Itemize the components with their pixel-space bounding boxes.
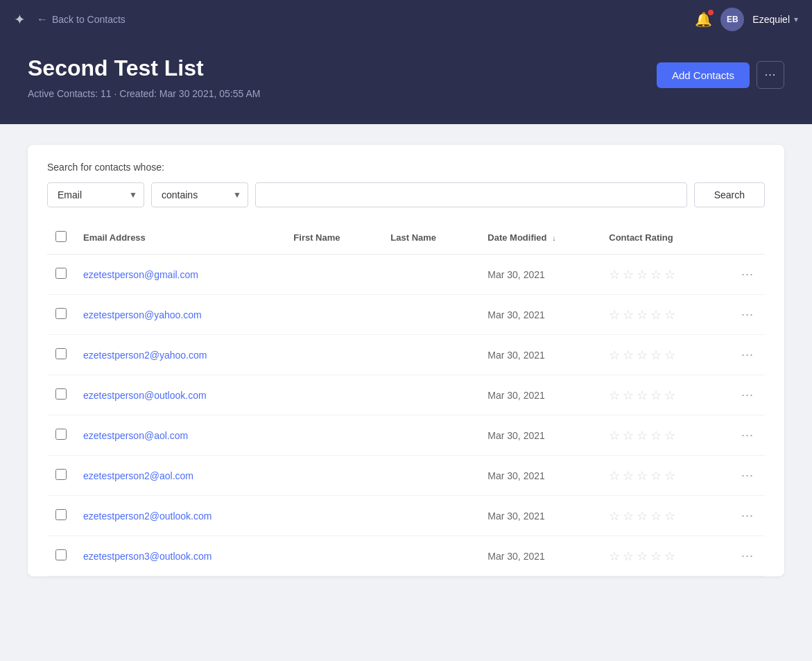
star-icon[interactable]: ☆ bbox=[650, 388, 662, 403]
row-checkbox[interactable] bbox=[55, 348, 67, 359]
email-link[interactable]: ezetestperson2@yahoo.com bbox=[83, 350, 207, 361]
star-icon[interactable]: ☆ bbox=[637, 388, 648, 403]
th-lastname[interactable]: Last Name bbox=[382, 221, 479, 255]
star-icon[interactable]: ☆ bbox=[637, 307, 648, 323]
star-icon[interactable]: ☆ bbox=[664, 267, 675, 282]
table-row: ezetestperson2@yahoo.comMar 30, 2021☆☆☆☆… bbox=[47, 335, 765, 375]
star-icon[interactable]: ☆ bbox=[664, 549, 675, 564]
table-row: ezetestperson@outlook.comMar 30, 2021☆☆☆… bbox=[47, 375, 765, 415]
row-checkbox[interactable] bbox=[55, 509, 67, 520]
star-icon[interactable]: ☆ bbox=[623, 347, 634, 363]
th-firstname[interactable]: First Name bbox=[285, 221, 382, 255]
rating-cell: ☆☆☆☆☆ bbox=[601, 375, 730, 415]
email-link[interactable]: ezetestperson@gmail.com bbox=[83, 269, 198, 280]
email-cell: ezetestperson@outlook.com bbox=[75, 375, 285, 415]
star-icon[interactable]: ☆ bbox=[637, 549, 648, 564]
condition-select-wrapper: contains equals starts with ends with ▼ bbox=[151, 182, 248, 207]
search-input[interactable] bbox=[255, 182, 687, 207]
star-icon[interactable]: ☆ bbox=[650, 428, 662, 443]
star-icon[interactable]: ☆ bbox=[637, 428, 648, 443]
row-checkbox-cell bbox=[47, 415, 75, 456]
add-contacts-button[interactable]: Add Contacts bbox=[657, 62, 750, 88]
field-select[interactable]: Email First Name Last Name bbox=[47, 182, 144, 207]
star-icon[interactable]: ☆ bbox=[664, 307, 675, 323]
row-actions-button[interactable]: ··· bbox=[738, 425, 757, 445]
row-actions-button[interactable]: ··· bbox=[738, 345, 757, 365]
star-icon[interactable]: ☆ bbox=[609, 549, 620, 564]
row-checkbox[interactable] bbox=[55, 388, 67, 400]
row-checkbox[interactable] bbox=[55, 268, 67, 279]
row-actions-button[interactable]: ··· bbox=[738, 385, 757, 405]
row-checkbox[interactable] bbox=[55, 469, 67, 480]
row-checkbox[interactable] bbox=[55, 308, 67, 319]
star-icon[interactable]: ☆ bbox=[637, 267, 648, 282]
star-icon[interactable]: ☆ bbox=[664, 347, 675, 363]
star-icon[interactable]: ☆ bbox=[623, 549, 634, 564]
star-icon[interactable]: ☆ bbox=[609, 267, 620, 282]
star-icon[interactable]: ☆ bbox=[623, 428, 634, 443]
date-cell: Mar 30, 2021 bbox=[479, 255, 601, 295]
star-icon[interactable]: ☆ bbox=[664, 428, 675, 443]
star-icon[interactable]: ☆ bbox=[650, 347, 662, 363]
th-actions bbox=[730, 221, 765, 255]
row-actions-button[interactable]: ··· bbox=[738, 264, 757, 284]
more-options-button[interactable]: ··· bbox=[757, 61, 784, 89]
email-link[interactable]: ezetestperson2@aol.com bbox=[83, 470, 193, 481]
star-icon[interactable]: ☆ bbox=[609, 307, 620, 323]
th-email[interactable]: Email Address bbox=[75, 221, 285, 255]
search-button[interactable]: Search bbox=[694, 182, 765, 207]
star-icon[interactable]: ☆ bbox=[609, 388, 620, 403]
select-all-checkbox[interactable] bbox=[55, 231, 67, 242]
email-link[interactable]: ezetestperson3@outlook.com bbox=[83, 551, 211, 562]
rating-cell: ☆☆☆☆☆ bbox=[601, 295, 730, 335]
back-label: Back to Contacts bbox=[52, 14, 126, 25]
date-cell: Mar 30, 2021 bbox=[479, 335, 601, 375]
star-icon[interactable]: ☆ bbox=[650, 468, 662, 483]
row-checkbox[interactable] bbox=[55, 549, 67, 560]
star-icon[interactable]: ☆ bbox=[623, 388, 634, 403]
star-icon[interactable]: ☆ bbox=[623, 307, 634, 323]
star-icon[interactable]: ☆ bbox=[637, 508, 648, 524]
star-icon[interactable]: ☆ bbox=[623, 468, 634, 483]
table-row: ezetestperson@aol.comMar 30, 2021☆☆☆☆☆··… bbox=[47, 415, 765, 456]
row-checkbox-cell bbox=[47, 255, 75, 295]
star-icon[interactable]: ☆ bbox=[637, 468, 648, 483]
user-menu[interactable]: Ezequiel ▾ bbox=[752, 14, 798, 25]
star-icon[interactable]: ☆ bbox=[650, 307, 662, 323]
row-actions-button[interactable]: ··· bbox=[738, 465, 757, 486]
notification-bell[interactable]: 🔔 bbox=[695, 11, 712, 28]
email-cell: ezetestperson2@yahoo.com bbox=[75, 335, 285, 375]
th-date-modified[interactable]: Date Modified ↓ bbox=[479, 221, 601, 255]
row-actions-button[interactable]: ··· bbox=[738, 546, 757, 566]
star-icon[interactable]: ☆ bbox=[609, 428, 620, 443]
star-icon[interactable]: ☆ bbox=[650, 267, 662, 282]
email-link[interactable]: ezetestperson@outlook.com bbox=[83, 390, 207, 401]
back-to-contacts-link[interactable]: ← Back to Contacts bbox=[37, 13, 126, 26]
row-actions-button[interactable]: ··· bbox=[738, 506, 757, 526]
star-icon[interactable]: ☆ bbox=[623, 508, 634, 524]
star-icon[interactable]: ☆ bbox=[623, 267, 634, 282]
rating-cell: ☆☆☆☆☆ bbox=[601, 456, 730, 496]
star-icon[interactable]: ☆ bbox=[650, 508, 662, 524]
email-cell: ezetestperson2@aol.com bbox=[75, 456, 285, 496]
email-link[interactable]: ezetestperson@aol.com bbox=[83, 430, 188, 441]
header-right: Add Contacts ··· bbox=[657, 61, 784, 89]
star-icon[interactable]: ☆ bbox=[650, 549, 662, 564]
star-icon[interactable]: ☆ bbox=[664, 388, 675, 403]
star-icon[interactable]: ☆ bbox=[609, 347, 620, 363]
rating-cell: ☆☆☆☆☆ bbox=[601, 496, 730, 536]
email-link[interactable]: ezetestperson2@outlook.com bbox=[83, 510, 211, 522]
th-contact-rating[interactable]: Contact Rating bbox=[601, 221, 730, 255]
row-checkbox[interactable] bbox=[55, 429, 67, 440]
star-icon[interactable]: ☆ bbox=[664, 508, 675, 524]
star-icon[interactable]: ☆ bbox=[664, 468, 675, 483]
table-row: ezetestperson2@outlook.comMar 30, 2021☆☆… bbox=[47, 496, 765, 536]
star-icon[interactable]: ☆ bbox=[637, 347, 648, 363]
email-link[interactable]: ezetestperson@yahoo.com bbox=[83, 309, 202, 320]
star-icon[interactable]: ☆ bbox=[609, 508, 620, 524]
rating-cell: ☆☆☆☆☆ bbox=[601, 415, 730, 456]
condition-select[interactable]: contains equals starts with ends with bbox=[151, 182, 248, 207]
star-icon[interactable]: ☆ bbox=[609, 468, 620, 483]
row-checkbox-cell bbox=[47, 375, 75, 415]
row-actions-button[interactable]: ··· bbox=[738, 304, 757, 325]
